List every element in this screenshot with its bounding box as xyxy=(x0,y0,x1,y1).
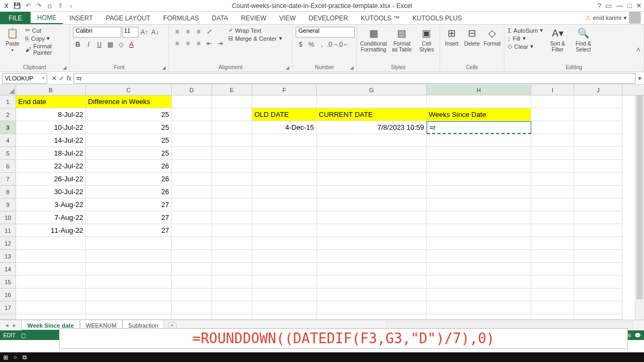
cell[interactable] xyxy=(427,95,531,108)
cell[interactable] xyxy=(317,250,427,263)
cell[interactable] xyxy=(212,224,252,237)
qat-icon[interactable]: ⇪ xyxy=(56,2,64,10)
cell[interactable] xyxy=(427,134,531,147)
fx-icon[interactable]: fx xyxy=(67,75,71,82)
cell[interactable] xyxy=(172,276,212,289)
cell[interactable] xyxy=(172,224,212,237)
format-button[interactable]: ◇Format xyxy=(484,27,501,47)
cell[interactable] xyxy=(252,211,317,224)
cell[interactable] xyxy=(427,263,531,276)
tab-developer[interactable]: DEVELOPER xyxy=(302,12,354,24)
cell[interactable]: 25 xyxy=(86,121,172,134)
name-box[interactable]: VLOOKUP▾ xyxy=(2,73,47,84)
cell[interactable] xyxy=(574,250,623,263)
percent-icon[interactable]: % xyxy=(306,40,316,49)
cell[interactable] xyxy=(574,289,623,301)
cell[interactable] xyxy=(574,237,623,250)
macro-record-icon[interactable]: ▢ xyxy=(21,333,26,338)
cell[interactable] xyxy=(86,276,172,289)
cell[interactable] xyxy=(86,263,172,276)
sheet-nav-next-icon[interactable]: ▸ xyxy=(13,322,16,329)
cell[interactable] xyxy=(531,289,574,301)
cell[interactable]: 27 xyxy=(86,198,172,211)
cell[interactable] xyxy=(317,237,427,250)
cell[interactable] xyxy=(531,108,574,121)
cell[interactable] xyxy=(212,173,252,186)
cell[interactable] xyxy=(317,289,427,301)
cell[interactable]: 26 xyxy=(86,173,172,186)
expand-formula-bar-icon[interactable]: ▾ xyxy=(635,75,644,82)
cell[interactable] xyxy=(172,95,212,108)
border-button[interactable]: ▦ xyxy=(105,40,115,49)
cell[interactable] xyxy=(574,108,623,121)
cell[interactable] xyxy=(317,186,427,198)
cell[interactable] xyxy=(86,314,172,320)
cell[interactable]: 3-Aug-22 xyxy=(16,198,86,211)
cell[interactable] xyxy=(16,276,86,289)
row-header[interactable]: 11 xyxy=(0,224,16,237)
cell[interactable] xyxy=(212,134,252,147)
row-header[interactable]: 17 xyxy=(0,301,16,314)
cell[interactable] xyxy=(252,160,317,173)
cell[interactable] xyxy=(574,134,623,147)
cell[interactable] xyxy=(317,147,427,160)
copy-button[interactable]: ⎘Copy ▾ xyxy=(25,35,66,42)
cell[interactable] xyxy=(16,314,86,320)
cell[interactable]: 18-Jul-22 xyxy=(16,147,86,160)
cell[interactable] xyxy=(317,198,427,211)
cell[interactable] xyxy=(172,198,212,211)
cell[interactable] xyxy=(427,237,531,250)
cell[interactable]: 7/8/2023 10:59 xyxy=(317,121,427,134)
cell[interactable] xyxy=(531,160,574,173)
row-header[interactable]: 1 xyxy=(0,95,16,108)
cell[interactable] xyxy=(427,186,531,198)
currency-icon[interactable]: $ xyxy=(296,40,305,49)
cell[interactable]: =r xyxy=(427,121,531,134)
cell[interactable] xyxy=(252,289,317,301)
cell[interactable] xyxy=(531,314,574,320)
cell[interactable] xyxy=(172,250,212,263)
row-header[interactable]: 16 xyxy=(0,289,16,301)
cell[interactable] xyxy=(427,224,531,237)
dialog-launcher-icon[interactable]: ◢ xyxy=(162,65,167,70)
autosum-button[interactable]: ΣAutoSum ▾ xyxy=(508,27,543,34)
col-header[interactable]: C xyxy=(86,85,172,95)
cell[interactable] xyxy=(172,237,212,250)
conditional-formatting-button[interactable]: ▦Conditional Formatting xyxy=(360,27,387,53)
cell[interactable]: 26-Jul-22 xyxy=(16,173,86,186)
cell[interactable] xyxy=(427,211,531,224)
cell[interactable] xyxy=(531,186,574,198)
cell[interactable] xyxy=(531,237,574,250)
col-header[interactable]: J xyxy=(574,85,623,95)
cell[interactable] xyxy=(427,173,531,186)
increase-indent-icon[interactable]: ⇥ xyxy=(215,39,225,48)
cell[interactable] xyxy=(252,95,317,108)
cell[interactable] xyxy=(531,276,574,289)
cell[interactable] xyxy=(427,198,531,211)
tab-insert[interactable]: INSERT xyxy=(63,12,99,24)
user-dropdown-icon[interactable]: ▾ xyxy=(624,14,627,21)
close-icon[interactable]: ✕ xyxy=(636,2,642,10)
qat-icon[interactable]: ⎙ xyxy=(45,2,54,10)
fill-button[interactable]: ↓Fill ▾ xyxy=(508,35,543,42)
sort-filter-button[interactable]: A▾Sort & Filter xyxy=(546,27,569,53)
cell[interactable] xyxy=(172,108,212,121)
col-header[interactable]: H xyxy=(427,85,531,95)
align-middle-icon[interactable]: ≡ xyxy=(183,27,193,36)
clear-button[interactable]: ◇Clear ▾ xyxy=(508,43,543,50)
cell[interactable]: 4-Dec-15 xyxy=(252,121,317,134)
cell[interactable]: 25 xyxy=(86,134,172,147)
tab-formulas[interactable]: FORMULAS xyxy=(157,12,206,24)
cell[interactable]: Difference in Weeks xyxy=(86,95,172,108)
cell[interactable] xyxy=(574,301,623,314)
col-header[interactable]: D xyxy=(172,85,212,95)
cell[interactable] xyxy=(252,276,317,289)
row-header[interactable]: 15 xyxy=(0,276,16,289)
cell[interactable] xyxy=(172,301,212,314)
cell[interactable] xyxy=(252,263,317,276)
redo-icon[interactable]: ↷ xyxy=(34,2,43,10)
row-header[interactable]: 13 xyxy=(0,250,16,263)
col-header[interactable]: G xyxy=(317,85,427,95)
cell[interactable]: Weeks Since Date xyxy=(427,108,531,121)
decrease-font-icon[interactable]: A↓ xyxy=(150,27,160,37)
